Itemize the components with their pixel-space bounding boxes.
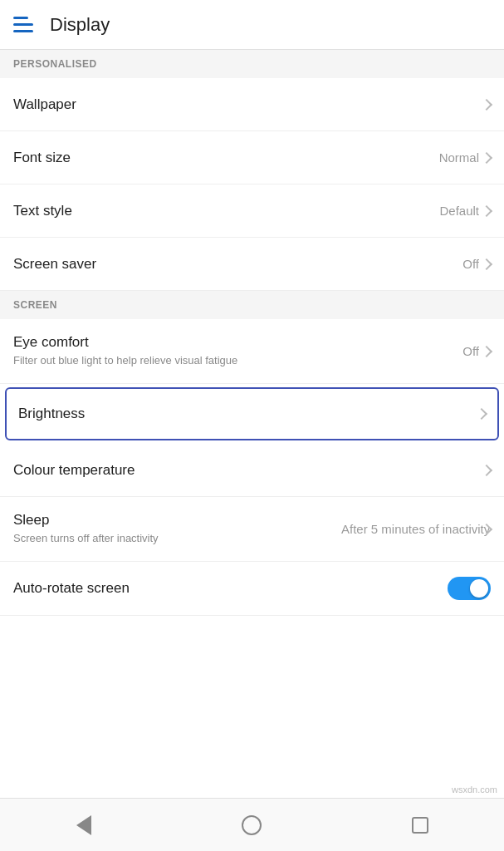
settings-item-screen-saver[interactable]: Screen saver Off xyxy=(0,238,504,291)
item-title-wallpaper: Wallpaper xyxy=(13,96,482,113)
item-left-eye-comfort: Eye comfort Filter out blue light to hel… xyxy=(13,334,462,368)
item-title-font-size: Font size xyxy=(13,150,439,166)
chevron-icon-colour-temperature xyxy=(481,465,492,476)
item-left-sleep: Sleep Screen turns off after inactivity xyxy=(13,512,341,546)
section-header-personalised: PERSONALISED xyxy=(0,50,504,78)
back-icon xyxy=(76,815,91,835)
item-right-brightness xyxy=(477,410,486,418)
auto-rotate-toggle[interactable] xyxy=(448,577,491,600)
settings-list: PERSONALISED Wallpaper Font size Normal … xyxy=(0,50,504,674)
item-right-screen-saver: Off xyxy=(462,257,491,271)
recent-icon xyxy=(412,817,428,834)
item-subtitle-sleep: Screen turns off after inactivity xyxy=(13,531,279,546)
chevron-icon-font-size xyxy=(481,151,492,163)
home-icon xyxy=(242,815,262,835)
item-right-text-style: Default xyxy=(439,204,491,218)
page-title: Display xyxy=(50,14,110,36)
recent-button[interactable] xyxy=(400,805,440,845)
item-title-colour-temperature: Colour temperature xyxy=(13,462,482,479)
item-title-brightness: Brightness xyxy=(18,406,477,422)
item-left-text-style: Text style xyxy=(13,203,439,219)
item-value-font-size: Normal xyxy=(439,150,479,165)
item-subtitle-eye-comfort: Filter out blue light to help relieve vi… xyxy=(13,353,279,368)
item-left-font-size: Font size xyxy=(13,150,439,166)
item-value-text-style: Default xyxy=(439,204,479,218)
settings-item-auto-rotate[interactable]: Auto-rotate screen xyxy=(0,562,504,616)
settings-item-sleep[interactable]: Sleep Screen turns off after inactivity … xyxy=(0,497,504,562)
chevron-icon-wallpaper xyxy=(481,98,492,110)
item-title-screen-saver: Screen saver xyxy=(13,256,462,273)
chevron-icon-brightness xyxy=(476,408,487,420)
settings-item-wallpaper[interactable]: Wallpaper xyxy=(0,78,504,131)
settings-item-colour-temperature[interactable]: Colour temperature xyxy=(0,444,504,497)
item-left-colour-temperature: Colour temperature xyxy=(13,462,482,479)
settings-item-eye-comfort[interactable]: Eye comfort Filter out blue light to hel… xyxy=(0,319,504,384)
home-button[interactable] xyxy=(232,805,272,845)
chevron-icon-text-style xyxy=(481,204,492,216)
item-title-auto-rotate: Auto-rotate screen xyxy=(13,580,448,597)
item-title-eye-comfort: Eye comfort xyxy=(13,334,462,351)
item-left-wallpaper: Wallpaper xyxy=(13,96,482,113)
app-header: Display xyxy=(0,0,504,50)
settings-item-font-size[interactable]: Font size Normal xyxy=(0,131,504,184)
item-right-font-size: Normal xyxy=(439,150,491,165)
item-title-sleep: Sleep xyxy=(13,512,341,529)
item-right-colour-temperature xyxy=(482,466,491,475)
item-right-auto-rotate xyxy=(448,577,491,600)
item-right-eye-comfort: Off xyxy=(462,344,491,358)
chevron-icon-eye-comfort xyxy=(481,346,492,357)
item-title-text-style: Text style xyxy=(13,203,439,219)
settings-item-text-style[interactable]: Text style Default xyxy=(0,184,504,238)
item-left-brightness: Brightness xyxy=(18,406,477,422)
menu-icon[interactable] xyxy=(13,17,33,32)
item-right-sleep: After 5 minutes of inactivity xyxy=(341,520,491,538)
item-left-screen-saver: Screen saver xyxy=(13,256,462,273)
item-value-screen-saver: Off xyxy=(462,257,479,271)
item-right-wallpaper xyxy=(482,101,491,109)
chevron-icon-screen-saver xyxy=(481,258,492,269)
settings-item-brightness[interactable]: Brightness xyxy=(5,387,499,440)
bottom-navigation xyxy=(0,798,504,851)
back-button[interactable] xyxy=(64,805,104,845)
item-left-auto-rotate: Auto-rotate screen xyxy=(13,580,448,597)
item-value-sleep: After 5 minutes of inactivity xyxy=(341,520,474,538)
section-header-screen: SCREEN xyxy=(0,291,504,319)
item-value-eye-comfort: Off xyxy=(462,344,479,358)
watermark: wsxdn.com xyxy=(452,785,497,794)
